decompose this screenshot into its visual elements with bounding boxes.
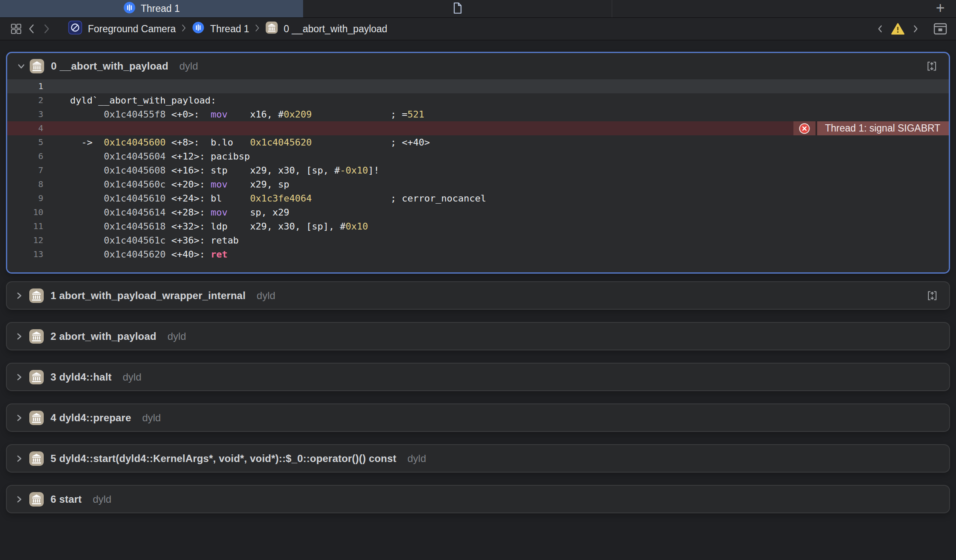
tab-label: Thread 1 [141,3,180,14]
stack-frame-icon [265,21,278,36]
stack-frame-header[interactable]: 5 dyld4::start(dyld4::KernelArgs*, void*… [7,445,949,472]
stack-frame-header[interactable]: 6 start dyld [7,486,949,512]
chevron-down-icon[interactable] [17,63,29,70]
stack-frame-icon [29,451,44,466]
stack-frame-6-card[interactable]: 6 start dyld [6,485,950,513]
new-tab-button[interactable]: + [925,0,956,17]
line-number: 9 [7,191,43,205]
jump-bar: Foreground Camera Thread 1 [0,18,956,40]
frame-module: dyld [180,60,198,72]
warning-icon [891,21,905,36]
line-number: 11 [7,219,43,233]
tab-empty[interactable] [612,0,925,17]
disassembly-line: 12 0x1c4045620 <+40>: ret [7,233,949,247]
disassembly-line: 5 0x1c4045604 <+12>: pacibsp [7,135,949,149]
thread-icon [192,21,205,36]
chevron-right-icon[interactable] [16,495,29,504]
line-number: 3 [7,107,43,121]
frame-expand-button[interactable] [925,59,939,73]
frame-title: 2 abort_with_payload [51,330,156,342]
disassembly-line: 10 0x1c4045618 <+32>: ldp x29, x30, [sp]… [7,205,949,219]
signal-annotation-badge[interactable]: Thread 1: signal SIGABRT [793,121,949,135]
stack-frames-list: 1 abort_with_payload_wrapper_internal dy… [6,281,950,513]
line-number: 4 [7,121,43,135]
disassembly-view: 1dyld`__abort_with_payload: 2 0x1c40455f… [7,79,949,272]
breadcrumb-frame-label: 0 __abort_with_payload [284,23,387,35]
stack-frame-2-card[interactable]: 2 abort_with_payload dyld [6,322,950,350]
chevron-right-icon[interactable] [16,372,29,382]
tab-bar: Thread 1 + [0,0,956,18]
stack-frame-1-card[interactable]: 1 abort_with_payload_wrapper_internal dy… [6,281,950,310]
breadcrumb-project-label: Foreground Camera [88,23,176,35]
frame-module: dyld [123,371,141,383]
disassembly-line: 8 0x1c4045610 <+24>: bl 0x1c3fe4064 ; ce… [7,177,949,191]
stack-frame-icon [29,370,44,385]
line-number: 5 [7,135,43,149]
chevron-right-icon[interactable] [16,332,29,341]
breadcrumb-frame[interactable]: 0 __abort_with_payload [265,21,387,36]
stack-frame-icon [29,410,44,426]
disassembly-line: 13 [7,247,949,261]
frame-module: dyld [93,493,111,505]
disassembly-line: 6 0x1c4045608 <+16>: stp x29, x30, [sp, … [7,149,949,163]
issue-navigation [873,21,948,36]
frame-title: 1 abort_with_payload_wrapper_internal [51,290,246,302]
breadcrumb-separator [255,24,260,34]
document-icon [452,2,463,16]
stack-frame-5-card[interactable]: 5 dyld4::start(dyld4::KernelArgs*, void*… [6,444,950,473]
stack-frame-header[interactable]: 3 dyld4::halt dyld [7,364,949,390]
frame-title: 5 dyld4::start(dyld4::KernelArgs*, void*… [51,453,396,465]
stack-frame-icon [29,288,44,303]
debug-editor: 0 __abort_with_payload dyld 1dyld`__abor… [0,40,956,513]
frame-module: dyld [408,453,426,465]
stack-frame-3-card[interactable]: 3 dyld4::halt dyld [6,363,950,391]
app-icon [68,20,82,37]
line-number: 6 [7,149,43,163]
breadcrumb-separator [181,24,186,34]
stack-frame-icon [29,329,44,344]
tab-thread-1[interactable]: Thread 1 [0,0,303,17]
disassembly-line: 9 0x1c4045614 <+28>: mov sp, x29 [7,191,949,205]
breadcrumb-thread[interactable]: Thread 1 [192,21,249,36]
line-number: 13 [7,247,43,261]
editor-options-button[interactable] [933,21,948,36]
frame-module: dyld [257,290,276,302]
xcode-window: Thread 1 + [0,0,956,513]
stack-frame-0-card[interactable]: 0 __abort_with_payload dyld 1dyld`__abor… [6,52,950,274]
stack-frame-header[interactable]: 1 abort_with_payload_wrapper_internal dy… [7,282,949,309]
frame-module: dyld [167,330,186,342]
next-issue-button[interactable] [908,21,923,36]
related-items-icon[interactable] [8,21,24,36]
frame-module: dyld [142,412,161,424]
chevron-right-icon[interactable] [16,291,29,300]
disassembly-line: 3 0x1c40455fc <+4>: svc #0x80 [7,107,949,121]
breadcrumb-project[interactable]: Foreground Camera [68,20,176,37]
previous-issue-button[interactable] [873,21,887,36]
stack-frame-header[interactable]: 4 dyld4::prepare dyld [7,404,949,431]
frame-title: 3 dyld4::halt [51,371,112,383]
frame-title: 0 __abort_with_payload [51,60,169,72]
disassembly-line: 11 0x1c404561c <+36>: retab [7,219,949,233]
line-number: 7 [7,163,43,177]
frame-title: 4 dyld4::prepare [51,412,131,424]
frame-expand-button[interactable] [925,289,939,302]
disassembly-line: 4 -> 0x1c4045600 <+8>: b.lo 0x1c4045620 … [7,121,949,135]
stack-frame-4-card[interactable]: 4 dyld4::prepare dyld [6,403,950,432]
stack-frame-header[interactable]: 0 __abort_with_payload dyld [7,53,949,79]
disassembly-line: 1dyld`__abort_with_payload: [7,79,949,93]
thread-icon [123,1,136,17]
chevron-right-icon[interactable] [16,413,29,423]
signal-annotation-label: Thread 1: signal SIGABRT [817,121,949,135]
chevron-right-icon[interactable] [16,454,29,463]
forward-button[interactable] [39,21,54,36]
stack-frame-header[interactable]: 2 abort_with_payload dyld [7,323,949,350]
line-number: 2 [7,93,43,107]
line-number: 1 [7,79,43,93]
tab-document[interactable] [303,0,612,17]
disassembly-line: 7 0x1c404560c <+20>: mov x29, sp [7,163,949,177]
back-button[interactable] [24,21,39,36]
error-breakpoint-icon[interactable] [793,121,815,135]
line-number: 12 [7,233,43,247]
stack-frame-icon [29,59,45,74]
line-number: 10 [7,205,43,219]
